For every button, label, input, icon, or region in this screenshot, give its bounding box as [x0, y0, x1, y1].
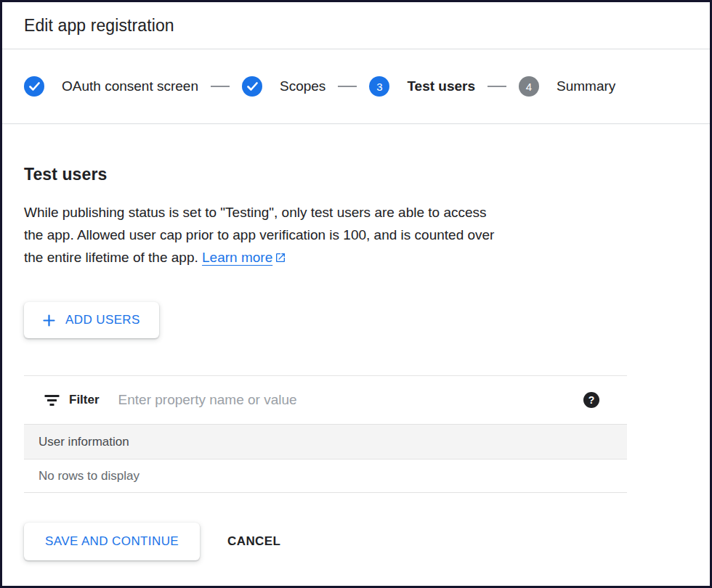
edit-app-registration-page: Edit app registration OAuth consent scre…: [2, 2, 710, 560]
external-link-icon: [275, 251, 286, 266]
add-users-button[interactable]: ADD USERS: [24, 302, 159, 338]
page-title: Edit app registration: [24, 16, 174, 36]
help-icon[interactable]: ?: [583, 392, 599, 408]
filter-button[interactable]: Filter: [44, 393, 100, 407]
step-test-users[interactable]: 3 Test users: [369, 76, 475, 97]
step-connector: [488, 86, 506, 87]
step-connector: [211, 86, 230, 87]
plus-icon: [43, 314, 55, 327]
description-line: the entire lifetime of the app. Learn mo…: [24, 246, 663, 270]
table-empty-row: No rows to display: [24, 460, 627, 493]
table-header-row: User information: [24, 424, 627, 460]
step-oauth-consent-screen[interactable]: OAuth consent screen: [24, 76, 198, 97]
save-and-continue-button[interactable]: SAVE AND CONTINUE: [24, 523, 200, 560]
footer-actions: SAVE AND CONTINUE CANCEL: [24, 523, 688, 560]
main-content: Test users While publishing status is se…: [2, 165, 710, 560]
step-label: Test users: [407, 78, 475, 94]
description-line: While publishing status is set to "Testi…: [24, 201, 663, 224]
filter-bar: Filter ?: [24, 376, 627, 424]
step-complete-check-icon: [24, 76, 44, 97]
learn-more-link[interactable]: Learn more: [202, 250, 286, 265]
step-number-badge: 4: [519, 76, 539, 97]
step-connector: [338, 86, 357, 87]
step-label: OAuth consent screen: [62, 78, 198, 94]
description-line: the app. Allowed user cap prior to app v…: [24, 224, 663, 246]
step-scopes[interactable]: Scopes: [242, 76, 325, 97]
step-label: Scopes: [280, 78, 325, 94]
filter-icon: [44, 394, 60, 407]
cancel-button[interactable]: CANCEL: [227, 534, 280, 549]
page-header: Edit app registration: [2, 2, 710, 49]
filter-input[interactable]: [118, 392, 583, 408]
step-complete-check-icon: [242, 76, 262, 97]
empty-state-message: No rows to display: [39, 469, 139, 483]
column-header-user-information: User information: [39, 435, 129, 449]
step-summary[interactable]: 4 Summary: [519, 76, 615, 97]
step-number-badge: 3: [369, 76, 389, 97]
description-text: While publishing status is set to "Testi…: [24, 201, 663, 270]
section-heading: Test users: [24, 165, 688, 184]
filter-label: Filter: [69, 393, 100, 407]
registration-stepper: OAuth consent screen Scopes 3 Test users…: [2, 49, 710, 124]
test-users-table: Filter ? User information No rows to dis…: [24, 375, 627, 493]
step-label: Summary: [557, 78, 615, 94]
